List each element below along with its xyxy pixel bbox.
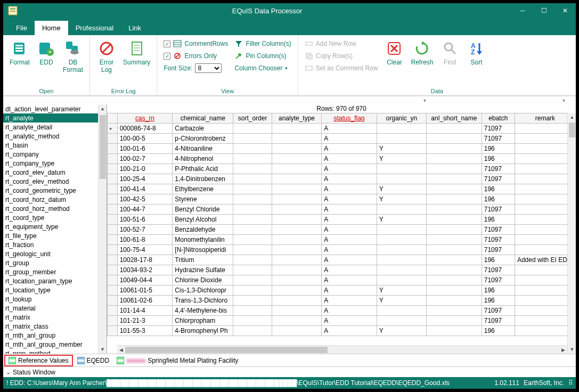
cell[interactable]: Chlorpropham xyxy=(173,316,233,326)
cell[interactable]: 4-Bromophenyl Ph xyxy=(173,326,233,336)
cell[interactable]: 71097 xyxy=(482,225,515,235)
cell[interactable] xyxy=(515,154,575,164)
cell[interactable]: 71097 xyxy=(482,245,515,255)
cell[interactable] xyxy=(427,215,482,225)
cell[interactable] xyxy=(377,134,426,144)
sidebar-item[interactable]: rt_group_member xyxy=(3,267,107,276)
cell[interactable]: A xyxy=(322,174,377,184)
row-handle[interactable] xyxy=(108,184,118,194)
cell[interactable] xyxy=(272,255,321,265)
cell[interactable]: A xyxy=(322,296,377,306)
tab-eqedd[interactable]: EQEDD xyxy=(74,356,113,365)
sidebar-item[interactable]: rt_location_param_type xyxy=(3,276,107,285)
cell[interactable]: [N-]Nitrosopiperidi xyxy=(173,245,233,255)
sidebar-item[interactable]: rt_lookup xyxy=(3,295,107,304)
scroll-thumb[interactable] xyxy=(100,115,106,179)
cell[interactable]: 196 xyxy=(482,144,515,154)
cell[interactable] xyxy=(515,265,575,275)
table-row[interactable]: 10028-17-8TritiumA196Added with EI ED xyxy=(108,255,576,265)
cell[interactable]: A xyxy=(322,164,377,174)
cell[interactable] xyxy=(515,124,575,134)
table-row[interactable]: 10061-01-5Cis-1,3-DichloroprAY196 xyxy=(108,285,576,296)
dropdown-indicator[interactable]: ▾ xyxy=(423,97,426,103)
column-chooser-button[interactable]: Column Chooser ▾ xyxy=(234,63,291,74)
cell[interactable]: 100-75-4 xyxy=(117,245,173,255)
sidebar-item[interactable]: rt_company xyxy=(3,150,107,159)
tab-professional[interactable]: Professional xyxy=(68,21,121,35)
cell[interactable]: 71097 xyxy=(482,235,515,245)
cell[interactable] xyxy=(427,235,482,245)
refresh-button[interactable]: Refresh xyxy=(407,37,436,87)
tab-link[interactable]: Link xyxy=(121,21,149,35)
comment-rows-toggle[interactable]: ✓ CommentRows xyxy=(164,38,228,49)
cell[interactable] xyxy=(427,174,482,184)
cell[interactable]: Y xyxy=(377,326,426,336)
row-handle[interactable] xyxy=(108,205,118,215)
column-header[interactable]: remark xyxy=(515,113,575,124)
cell[interactable] xyxy=(272,164,321,174)
row-handle[interactable] xyxy=(108,326,118,336)
cell[interactable]: A xyxy=(322,124,377,134)
find-button[interactable]: Find xyxy=(437,37,463,87)
cell[interactable]: 196 xyxy=(482,194,515,205)
table-row[interactable]: 100-00-5p-ChloronitrobenzA71097 xyxy=(108,134,576,144)
sidebar-item[interactable]: rt_analyte_detail xyxy=(3,123,107,132)
cell[interactable]: 4-Nitrophenol xyxy=(173,154,233,164)
data-grid[interactable]: cas_rnchemical_namesort_orderanalyte_typ… xyxy=(107,113,576,354)
cell[interactable]: 10034-93-2 xyxy=(117,265,173,275)
scroll-down-icon[interactable]: ▼ xyxy=(568,345,576,354)
cell[interactable] xyxy=(377,164,426,174)
cell[interactable] xyxy=(233,306,272,316)
row-handle[interactable] xyxy=(108,306,118,316)
cell[interactable]: A xyxy=(322,184,377,194)
cell[interactable]: 196 xyxy=(482,285,515,296)
cell[interactable] xyxy=(427,205,482,215)
cell[interactable] xyxy=(272,194,321,205)
cell[interactable]: 100-52-7 xyxy=(117,225,173,235)
cell[interactable] xyxy=(515,174,575,184)
cell[interactable]: Carbazole xyxy=(173,124,233,134)
sidebar-item[interactable]: rt_equipment_type xyxy=(3,222,107,231)
sidebar-item[interactable]: rt_matrix xyxy=(3,313,107,322)
cell[interactable]: Chlorine Dioxide xyxy=(173,275,233,285)
cell[interactable] xyxy=(427,296,482,306)
cell[interactable]: 100-25-4 xyxy=(117,174,173,184)
cell[interactable]: A xyxy=(322,275,377,285)
tab-file[interactable]: File xyxy=(9,21,35,35)
cell[interactable]: 100-21-0 xyxy=(117,164,173,174)
cell[interactable] xyxy=(515,144,575,154)
cell[interactable]: A xyxy=(322,255,377,265)
cell[interactable] xyxy=(377,255,426,265)
cell[interactable] xyxy=(233,184,272,194)
cell[interactable]: A xyxy=(322,306,377,316)
cell[interactable]: 10061-02-6 xyxy=(117,296,173,306)
column-header[interactable]: chemical_name xyxy=(173,113,233,124)
cell[interactable]: 196 xyxy=(482,255,515,265)
cell[interactable]: Monomethylanilin xyxy=(173,235,233,245)
cell[interactable]: Y xyxy=(377,194,426,205)
cell[interactable]: 100-61-8 xyxy=(117,235,173,245)
cell[interactable] xyxy=(272,296,321,306)
cell[interactable] xyxy=(233,326,272,336)
cell[interactable]: 100-41-4 xyxy=(117,184,173,194)
cell[interactable] xyxy=(515,235,575,245)
scroll-thumb[interactable] xyxy=(569,123,575,137)
cell[interactable]: 100-44-7 xyxy=(117,205,173,215)
sort-button[interactable]: AZ Sort xyxy=(463,37,490,87)
cell[interactable]: 10049-04-4 xyxy=(117,275,173,285)
cell[interactable] xyxy=(427,164,482,174)
tab-home[interactable]: Home xyxy=(35,21,68,35)
cell[interactable]: Ethylbenzene xyxy=(173,184,233,194)
tab-facility[interactable]: xxxxxx Springfield Metal Plating Facilit… xyxy=(113,356,241,365)
column-header[interactable]: status_flag xyxy=(322,113,377,124)
cell[interactable]: 101-55-3 xyxy=(117,326,173,336)
cell[interactable]: Benzyl Chloride xyxy=(173,205,233,215)
cell[interactable]: 10061-01-5 xyxy=(117,285,173,296)
cell[interactable] xyxy=(515,316,575,326)
table-row[interactable]: 100-52-7BenzaldehydeA71097 xyxy=(108,225,576,235)
cell[interactable] xyxy=(427,184,482,194)
table-row[interactable]: 100-25-41,4-DinitrobenzenA71097 xyxy=(108,174,576,184)
sidebar-item[interactable]: rt_material xyxy=(3,304,107,313)
row-handle[interactable] xyxy=(108,316,118,326)
cell[interactable] xyxy=(272,205,321,215)
